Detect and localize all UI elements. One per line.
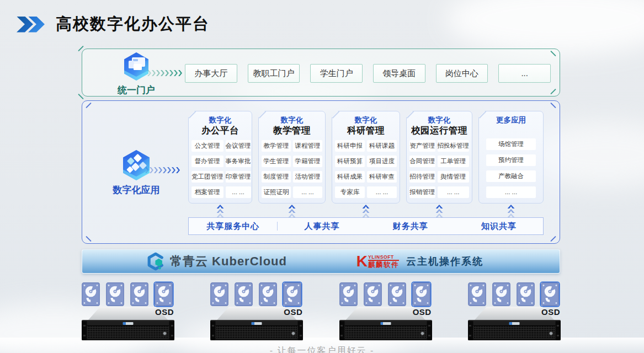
page-title: 高校数字化办公平台	[56, 13, 210, 35]
app-item[interactable]: 档案管理	[191, 186, 223, 198]
hard-disk-icon	[541, 282, 559, 306]
hard-disk-icon	[339, 282, 358, 306]
hard-disk-icon	[130, 282, 148, 306]
hard-disk-icon	[364, 282, 382, 306]
hexagon-cloud-icon	[146, 251, 165, 272]
portal-button[interactable]: 岗位中心	[436, 64, 488, 83]
server-group: OSD	[339, 282, 432, 341]
app-item[interactable]: ... ...	[226, 186, 251, 198]
corner-slash-icon	[550, 51, 556, 57]
share-service-item[interactable]: 财务共享	[366, 221, 455, 232]
app-item[interactable]: 预约管理	[486, 154, 536, 166]
app-item[interactable]: 报销管理	[409, 186, 435, 198]
osd-label: OSD	[413, 307, 432, 317]
apps-label: 数字化应用	[103, 184, 169, 196]
portal-label: 统一门户	[105, 84, 167, 97]
hard-disk-icon	[235, 282, 253, 306]
server-group: OSD	[82, 282, 174, 341]
category-tag: 数字化	[332, 115, 400, 125]
app-item[interactable]: 产教融合	[486, 170, 536, 182]
kylin-wordmark: YLINSOFT	[368, 255, 399, 261]
app-item[interactable]: 督办管理	[191, 156, 223, 167]
app-category-panel: 数字化校园运行管理资产管理招投标管理合同管理工单管理招待管理舆情管理报销管理..…	[406, 111, 472, 204]
category-title: 校园运行管理	[407, 125, 472, 136]
hard-disk-icon	[468, 282, 486, 306]
app-item[interactable]: 党工团管理	[191, 171, 223, 183]
app-item[interactable]: 合同管理	[409, 156, 435, 167]
app-item[interactable]: 事务审批	[226, 156, 251, 167]
app-item[interactable]: 印章管理	[226, 171, 251, 183]
hard-disk-icon	[492, 282, 510, 306]
app-item[interactable]: ... ...	[367, 186, 397, 198]
portal-button[interactable]: 教职工门户	[248, 64, 300, 83]
app-item[interactable]: 教学管理	[262, 140, 291, 152]
app-item[interactable]: 舆情管理	[438, 171, 470, 183]
footer-slogan: - 让每一位客户用好云 -	[0, 345, 644, 353]
kylin-cn-name: 麒麟软件	[368, 261, 399, 269]
storage-row: OSD OSD	[82, 282, 561, 341]
category-title: 科研管理	[332, 125, 400, 136]
app-item[interactable]: 课程管理	[293, 140, 322, 152]
hard-disk-icon	[155, 282, 173, 306]
kylin-k-letter: K	[356, 255, 368, 269]
apps-cube-icon	[121, 149, 151, 181]
hard-disk-icon	[106, 282, 124, 306]
portal-button[interactable]: 学生门户	[310, 64, 363, 83]
corner-slash-icon	[550, 103, 556, 109]
category-tag: 数字化	[407, 115, 472, 125]
share-service-item[interactable]: 人事共享	[278, 221, 366, 232]
app-category-panel: 数字化办公平台公文管理会议管理督办管理事务审批党工团管理印章管理档案管理... …	[188, 111, 252, 204]
category-tag: 数字化	[189, 115, 252, 125]
app-item[interactable]: 资产管理	[409, 140, 435, 152]
portal-button[interactable]: 领导桌面	[373, 64, 425, 83]
share-service-item[interactable]: 知识共享	[455, 221, 543, 232]
osd-label: OSD	[284, 307, 302, 317]
share-service-item[interactable]: 共享服务中心	[189, 221, 277, 232]
portal-button[interactable]: 办事大厅	[185, 64, 237, 83]
category-tag: 更多应用	[479, 115, 543, 125]
page-header: 高校数字化办公平台	[17, 13, 210, 35]
hard-disk-icon	[517, 282, 535, 306]
up-arrows-row	[188, 205, 544, 217]
hard-disk-icon	[210, 282, 228, 306]
app-item[interactable]: ... ...	[486, 186, 536, 198]
app-item[interactable]: 工单管理	[438, 156, 470, 167]
portal-button[interactable]: ...	[498, 64, 551, 83]
category-title: 教学管理	[259, 125, 325, 136]
unified-portal-section: 统一门户 办事大厅教职工门户学生门户领导桌面岗位中心...	[82, 49, 560, 97]
up-arrow-icon	[258, 205, 326, 217]
app-item[interactable]: ... ...	[293, 186, 322, 198]
app-item[interactable]: 活动管理	[293, 171, 322, 183]
app-item[interactable]: 项目进度	[367, 156, 397, 167]
category-title: 办公平台	[189, 125, 252, 136]
server-group: OSD	[210, 282, 303, 341]
app-category-panel: 更多应用场馆管理预约管理产教融合... ...	[478, 111, 544, 204]
corner-slash-icon	[86, 236, 92, 242]
app-columns: 数字化办公平台公文管理会议管理督办管理事务审批党工团管理印章管理档案管理... …	[188, 111, 544, 204]
app-item[interactable]: 科研预算	[335, 156, 365, 167]
app-item[interactable]: 科研审查	[367, 171, 397, 183]
flow-arrows-icon	[145, 167, 180, 173]
portal-buttons: 办事大厅教职工门户学生门户领导桌面岗位中心...	[185, 64, 551, 83]
app-item[interactable]: 场馆管理	[486, 138, 536, 150]
app-item[interactable]: 专家库	[335, 186, 365, 198]
app-item[interactable]: 招待管理	[409, 171, 435, 183]
app-item[interactable]: 学籍管理	[293, 156, 322, 167]
category-tag: 数字化	[259, 115, 325, 125]
app-item[interactable]: 公文管理	[191, 140, 223, 152]
app-item[interactable]: 科研申报	[335, 140, 365, 152]
app-item[interactable]: 制度管理	[262, 171, 291, 183]
cloud-platform-bar: 常青云 KuberCloud K YLINSOFT 麒麟软件 云主机操作系统	[82, 249, 560, 274]
flow-arrows-icon	[147, 70, 183, 76]
app-item[interactable]: 学生管理	[262, 156, 291, 167]
up-arrow-icon	[478, 205, 544, 217]
app-item[interactable]: ... ...	[438, 186, 470, 198]
app-item[interactable]: 招投标管理	[438, 140, 470, 152]
hard-disk-icon	[82, 282, 100, 306]
hard-disk-icon	[259, 282, 277, 306]
app-item[interactable]: 科研课题	[367, 140, 397, 152]
slide-canvas: 高校数字化办公平台 统一门户 办事大厅教职工门户学生门户领导桌面岗位中心...	[0, 0, 644, 353]
app-item[interactable]: 会议管理	[226, 140, 251, 152]
app-item[interactable]: 证照证明	[262, 186, 291, 198]
app-item[interactable]: 科研成果	[335, 171, 365, 183]
